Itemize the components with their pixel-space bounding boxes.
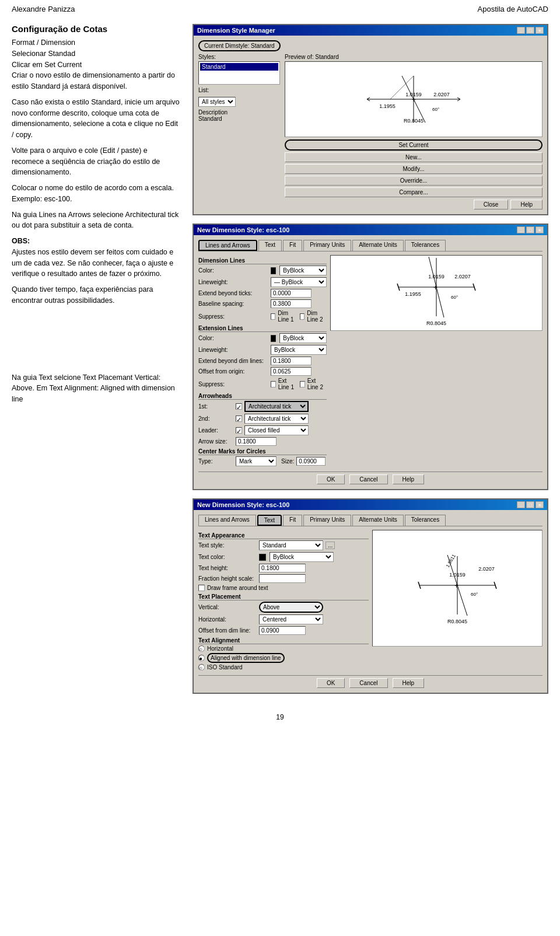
vertical-select[interactable]: Above (259, 602, 323, 613)
help-button[interactable]: Help (393, 474, 425, 484)
svg-text:R0.8045: R0.8045 (447, 619, 467, 624)
tab-text[interactable]: Text (258, 240, 282, 251)
dialog1-body: Current Dimstyle: Standard Styles: Stand… (194, 36, 547, 214)
arrow-size-label: Arrow size: (198, 438, 233, 445)
draw-frame-checkbox[interactable] (198, 585, 205, 591)
svg-text:60°: 60° (471, 592, 478, 597)
text-alignment-title: Text Alignment (198, 637, 369, 644)
second-checkbox[interactable]: ✓ (236, 415, 242, 422)
horizontal-select[interactable]: Centered (259, 614, 323, 624)
dimline2-checkbox[interactable] (300, 313, 304, 320)
titlebar-buttons: _ □ × (517, 226, 544, 233)
lineweight-row: Lineweight: — ByBlock (198, 277, 327, 287)
text-preview-col: 1.0159 1.5611 2.0207 R0.8045 60° + (372, 530, 542, 672)
modify-button[interactable]: Modify... (285, 164, 542, 174)
tab-fit[interactable]: Fit (283, 515, 302, 526)
size-input[interactable] (296, 457, 326, 466)
offset-from-origin-row: Offset from origin: (198, 367, 327, 376)
iso-radio[interactable]: ○ (198, 664, 205, 670)
offset-from-origin-input[interactable] (271, 367, 312, 376)
close-button[interactable]: × (536, 27, 544, 34)
page-header: Alexandre Panizza Apostila de AutoCAD (0, 0, 560, 18)
lineweight-select[interactable]: — ByBlock (271, 277, 327, 287)
color-select[interactable]: ByBlock (279, 266, 327, 275)
tab-lines-arrows[interactable]: Lines and Arrows (198, 515, 256, 526)
minimize-button[interactable]: _ (517, 501, 525, 508)
ok-button[interactable]: OK (317, 474, 345, 484)
arrow-size-input[interactable] (236, 437, 276, 446)
svg-text:2.0207: 2.0207 (454, 274, 471, 280)
dialog3-footer: OK Cancel Help (198, 675, 542, 688)
styles-listbox[interactable]: Standard (198, 61, 280, 85)
draw-frame-row: Draw frame around text (198, 585, 369, 591)
first-checkbox[interactable]: ✓ (236, 403, 242, 410)
text-color-select[interactable]: ByBlock (270, 552, 334, 562)
tab-fit[interactable]: Fit (283, 240, 302, 251)
tab-primary-units[interactable]: Primary Units (303, 515, 351, 526)
compare-button[interactable]: Compare... (285, 187, 542, 197)
baseline-spacing-input[interactable] (271, 299, 312, 308)
help-button[interactable]: Help (510, 200, 542, 209)
text-style-label: Text style: (198, 542, 257, 549)
extline2-checkbox[interactable] (300, 381, 305, 387)
tab-primary-units[interactable]: Primary Units (303, 240, 351, 251)
list-dropdown[interactable]: All styles (198, 97, 236, 107)
aligned-radio[interactable]: ● (198, 655, 205, 661)
ext-color-select[interactable]: ByBlock (279, 333, 327, 343)
ext-lineweight-select[interactable]: ByBlock (271, 345, 327, 355)
horizontal-radio[interactable]: ○ (198, 645, 205, 652)
new-button[interactable]: New... (285, 152, 542, 162)
close-button[interactable]: × (536, 226, 544, 233)
la-preview-panel: 1.0159 1.1955 2.0207 R0.8045 60° + (330, 255, 542, 468)
fraction-height-input[interactable] (259, 574, 306, 583)
dimline2-label: Dim Line 2 (307, 310, 327, 323)
la-preview-box: 1.0159 1.1955 2.0207 R0.8045 60° + (330, 255, 542, 331)
text-height-input[interactable] (259, 564, 306, 572)
second-select[interactable]: Architectural tick (244, 414, 309, 424)
dimline1-checkbox[interactable] (271, 313, 275, 320)
dialog2-title: New Dimension Style: esc-100 (197, 226, 289, 233)
baseline-spacing-label: Baseline spacing: (198, 301, 268, 307)
leader-checkbox[interactable]: ✓ (236, 427, 242, 434)
maximize-button[interactable]: □ (526, 27, 534, 34)
tab-lines-arrows[interactable]: Lines and Arrows (198, 240, 257, 251)
minimize-button[interactable]: _ (517, 226, 525, 233)
text-style-browse[interactable]: ... (326, 542, 335, 549)
set-current-button[interactable]: Set Current (285, 139, 542, 151)
maximize-button[interactable]: □ (526, 501, 534, 508)
titlebar-buttons: _ □ × (517, 27, 544, 34)
extend-beyond-dim-input[interactable] (271, 357, 312, 365)
dialog2-titlebar: New Dimension Style: esc-100 _ □ × (194, 225, 547, 235)
tab-alternate-units[interactable]: Alternate Units (352, 515, 404, 526)
text-style-select[interactable]: Standard (259, 540, 323, 550)
extend-beyond-input[interactable] (271, 289, 312, 298)
text-height-label: Text height: (198, 565, 257, 571)
vertical-row: Vertical: Above (198, 602, 369, 613)
close-button[interactable]: × (536, 501, 544, 508)
text-height-row: Text height: (198, 564, 369, 572)
fraction-height-row: Fraction height scale: (198, 574, 369, 583)
maximize-button[interactable]: □ (526, 226, 534, 233)
minimize-button[interactable]: _ (517, 27, 525, 34)
lineweight-label: Lineweight: (198, 279, 268, 285)
para-1: Format / Dimension Selecionar Standad Cl… (12, 37, 181, 92)
text-placement-title: Text Placement (198, 593, 369, 600)
text-color-label: Text color: (198, 554, 257, 560)
help-button[interactable]: Help (393, 678, 425, 688)
tab-tolerances[interactable]: Tolerances (405, 515, 446, 526)
cancel-button[interactable]: Cancel (349, 474, 387, 484)
leader-select[interactable]: Closed filled (244, 425, 309, 435)
ok-button[interactable]: OK (317, 678, 345, 688)
text-two-col: Text Appearance Text style: Standard ...… (198, 530, 542, 672)
type-select[interactable]: Mark (236, 456, 276, 466)
ext-color-label: Color: (198, 335, 268, 341)
extline1-checkbox[interactable] (271, 381, 276, 387)
arrowheads-section-title: Arrowheads (198, 393, 327, 400)
cancel-button[interactable]: Cancel (349, 678, 387, 688)
override-button[interactable]: Override... (285, 176, 542, 186)
first-select[interactable]: Architectural tick (244, 401, 309, 412)
offset-input[interactable] (259, 626, 306, 635)
close-button[interactable]: Close (474, 200, 509, 209)
standard-style-item[interactable]: Standard (200, 63, 278, 71)
tab-text[interactable]: Text (257, 515, 282, 526)
